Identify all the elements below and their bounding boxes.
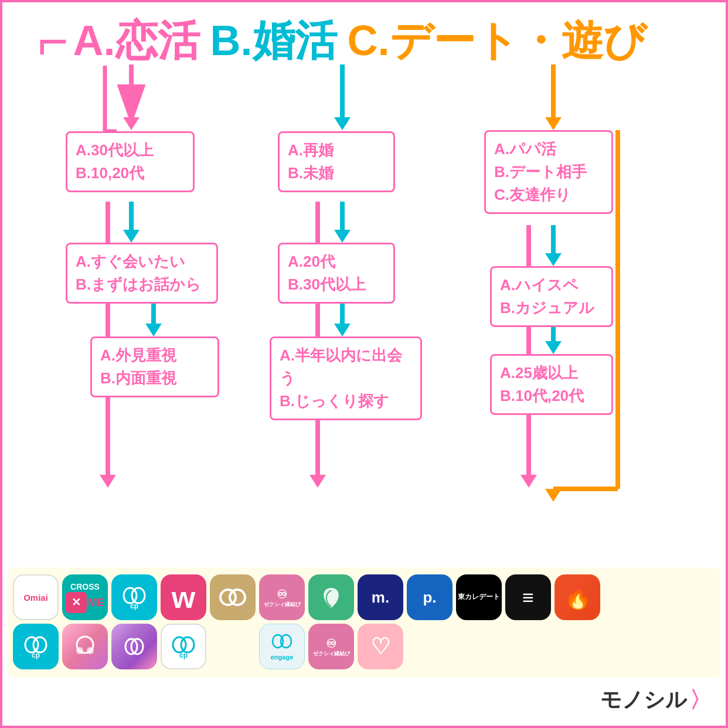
col3-box3: A.25歳以上 B.10代,20代 — [490, 354, 613, 415]
app-hinge[interactable] — [62, 624, 108, 669]
col2-box3-line1: A.半年以内に出会う — [280, 344, 412, 390]
col2-box2-line2: B.30代以上 — [288, 273, 385, 296]
col2-box1-line2: B.未婚 — [288, 162, 385, 185]
svg-point-46 — [230, 590, 245, 605]
title-part-c: C.デート・遊び — [348, 13, 647, 69]
app-crossme[interactable]: CROSS ✕ ME — [62, 574, 108, 620]
col1-box2-line2: B.まずはお話から — [76, 273, 208, 296]
svg-point-48 — [33, 637, 46, 652]
svg-marker-14 — [145, 324, 162, 336]
watermark-chevron: 〉 — [689, 685, 712, 715]
title-part-a: A.恋活 — [73, 13, 200, 69]
app-yomimono[interactable]: ♡ — [358, 624, 403, 669]
app-pairs3[interactable]: cp — [161, 624, 206, 669]
apps-area: Omiai CROSS ✕ ME cp — [8, 567, 720, 678]
app-match[interactable]: ≡ — [505, 574, 551, 620]
col2-box3: A.半年以内に出会う B.じっくり探す — [270, 336, 422, 420]
spacer — [210, 624, 256, 669]
app-zexy-ring[interactable] — [210, 574, 256, 620]
app-higashidate[interactable]: 東カレデート — [456, 574, 502, 620]
app-with[interactable]: w — [161, 574, 206, 620]
title-bracket: ⌐ — [38, 23, 69, 60]
svg-point-56 — [181, 637, 194, 652]
col1-box1-line1: A.30代以上 — [76, 139, 185, 162]
svg-marker-24 — [334, 324, 351, 336]
app-marriage[interactable]: m. — [358, 574, 403, 620]
app-engage[interactable]: engage — [259, 624, 305, 669]
col2-box3-line2: B.じっくり探す — [280, 390, 412, 413]
col3-box2: A.ハイスペ B.カジュアル — [490, 266, 613, 327]
col3-box1-line1: A.パパ活 — [494, 138, 603, 161]
col3-box1-line3: C.友達作り — [494, 183, 603, 206]
svg-marker-10 — [123, 117, 140, 130]
col3-box2-line2: B.カジュアル — [500, 297, 603, 319]
app-pairs2[interactable]: cp — [13, 624, 59, 669]
svg-text:cp: cp — [179, 651, 188, 659]
col1-box3-line1: A.外見重視 — [100, 344, 209, 367]
svg-marker-22 — [334, 230, 351, 243]
col1-box3: A.外見重視 B.内面重視 — [90, 336, 219, 397]
title-part-b: B.婚活 — [210, 13, 337, 69]
svg-marker-16 — [100, 475, 116, 488]
watermark-text: モノシル — [600, 686, 687, 715]
watermark: モノシル 〉 — [600, 685, 712, 715]
svg-marker-37 — [545, 489, 562, 502]
svg-point-52 — [87, 647, 94, 654]
col3-box3-line1: A.25歳以上 — [500, 362, 603, 385]
col2-box2: A.20代 B.30代以上 — [278, 243, 395, 304]
svg-marker-34 — [545, 341, 562, 354]
col2-box1: A.再婚 B.未婚 — [278, 131, 395, 192]
col2-box1-line1: A.再婚 — [288, 139, 385, 162]
col3-box1: A.パパ活 B.デート相手 C.友達作り — [484, 130, 613, 214]
svg-text:cp: cp — [130, 602, 138, 610]
svg-point-43 — [132, 588, 145, 603]
svg-marker-20 — [334, 117, 351, 130]
col3-box3-line2: B.10代,20代 — [500, 385, 603, 407]
col1-box1: A.30代以上 B.10,20代 — [66, 131, 195, 192]
apps-row-1: Omiai CROSS ✕ ME cp — [13, 574, 715, 620]
app-zexy2[interactable]: ♾ ゼクシィ縁結び — [308, 624, 354, 669]
svg-marker-30 — [545, 117, 562, 130]
col1-box2-line1: A.すぐ会いたい — [76, 250, 208, 273]
col1-box2: A.すぐ会いたい B.まずはお話から — [66, 243, 218, 304]
col3-box1-line2: B.デート相手 — [494, 161, 603, 183]
svg-marker-32 — [545, 253, 562, 266]
svg-marker-39 — [521, 475, 537, 488]
app-mitsukoi[interactable] — [308, 574, 354, 620]
app-zexy-enmusubi[interactable]: ♾ ゼクシィ縁結び — [259, 574, 305, 620]
col3-box2-line1: A.ハイスペ — [500, 274, 603, 297]
main-container: ⌐ A.恋活 B.婚活 C.デート・遊び — [0, 0, 728, 728]
svg-text:cp: cp — [32, 651, 40, 659]
col1-box3-line2: B.内面重視 — [100, 367, 209, 390]
svg-marker-26 — [309, 475, 326, 488]
app-tinder[interactable]: 🔥 — [554, 574, 600, 620]
app-omiai[interactable]: Omiai — [13, 574, 59, 620]
svg-marker-12 — [123, 230, 140, 243]
col1-box1-line2: B.10,20代 — [76, 162, 185, 185]
app-bumble[interactable] — [111, 624, 157, 669]
app-pairs[interactable]: cp — [111, 574, 157, 620]
app-pcmax[interactable]: p. — [407, 574, 453, 620]
svg-point-59 — [281, 635, 291, 648]
title-area: ⌐ A.恋活 B.婚活 C.デート・遊び — [38, 13, 714, 69]
col2-box2-line1: A.20代 — [288, 250, 385, 273]
apps-row-2: cp — [13, 624, 715, 669]
svg-point-51 — [76, 647, 83, 654]
